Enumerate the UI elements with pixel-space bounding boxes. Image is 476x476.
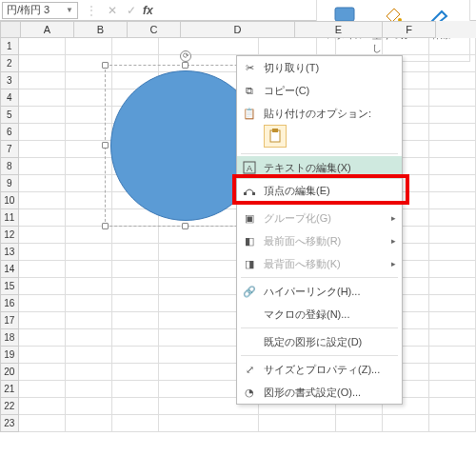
row-head[interactable]: 15 (0, 278, 19, 295)
resize-handle[interactable] (102, 142, 109, 149)
cell[interactable] (159, 38, 259, 55)
cell[interactable] (112, 329, 159, 347)
cell[interactable] (66, 398, 112, 415)
cell[interactable] (429, 124, 476, 141)
cell[interactable] (19, 192, 66, 209)
cell[interactable] (66, 381, 112, 398)
cell[interactable] (19, 209, 66, 227)
menu-hyperlink[interactable]: 🔗 ハイパーリンク(H)... (237, 280, 402, 303)
cell[interactable] (19, 261, 66, 278)
menu-set-default[interactable]: 既定の図形に設定(D) (237, 330, 402, 353)
menu-edit-points[interactable]: 頂点の編集(E) (237, 179, 402, 202)
cell[interactable] (112, 312, 159, 329)
row-head[interactable]: 10 (0, 192, 19, 209)
cell[interactable] (19, 244, 66, 261)
cell[interactable] (429, 261, 476, 278)
cell[interactable] (19, 381, 66, 398)
menu-copy[interactable]: ⧉ コピー(C) (237, 79, 402, 102)
cell[interactable] (429, 158, 476, 175)
row-head[interactable]: 21 (0, 381, 19, 398)
menu-edit-text[interactable]: A テキストの編集(X) (237, 156, 402, 179)
row-head[interactable]: 12 (0, 227, 19, 244)
cell[interactable] (429, 398, 476, 415)
menu-cut[interactable]: ✂ 切り取り(T) (237, 56, 402, 79)
cell[interactable] (112, 278, 159, 295)
row-head[interactable]: 14 (0, 261, 19, 278)
row-head[interactable]: 11 (0, 209, 19, 227)
cell[interactable] (112, 364, 159, 381)
rotation-handle[interactable]: ⟳ (180, 50, 191, 62)
row-head[interactable]: 19 (0, 347, 19, 364)
col-head[interactable]: D (181, 21, 295, 38)
cell[interactable] (259, 38, 336, 55)
cell[interactable] (66, 244, 112, 261)
cell[interactable] (19, 175, 66, 192)
cell[interactable] (336, 415, 383, 432)
cell[interactable] (19, 415, 66, 432)
cell[interactable] (19, 364, 66, 381)
cell[interactable] (66, 329, 112, 347)
cell[interactable] (112, 38, 159, 55)
menu-assign-macro[interactable]: マクロの登録(N)... (237, 303, 402, 326)
cell[interactable] (66, 278, 112, 295)
select-all-corner[interactable] (0, 21, 21, 38)
row-head[interactable]: 23 (0, 415, 19, 432)
cell[interactable] (429, 347, 476, 364)
resize-handle[interactable] (182, 62, 188, 69)
menu-group[interactable]: ▣ グループ化(G) ▸ (237, 207, 402, 229)
cell[interactable] (19, 329, 66, 347)
cell[interactable] (429, 89, 476, 107)
row-head[interactable]: 1 (0, 38, 19, 55)
cell[interactable] (19, 398, 66, 415)
cell[interactable] (66, 415, 112, 432)
cell[interactable] (429, 244, 476, 261)
cell[interactable] (19, 312, 66, 329)
cell[interactable] (112, 415, 159, 432)
row-head[interactable]: 4 (0, 89, 19, 107)
cell[interactable] (429, 38, 476, 55)
cell[interactable] (66, 347, 112, 364)
cell[interactable] (429, 72, 476, 89)
cell[interactable] (112, 347, 159, 364)
cell[interactable] (19, 107, 66, 124)
row-head[interactable]: 6 (0, 124, 19, 141)
resize-handle[interactable] (102, 223, 109, 229)
cell[interactable] (112, 295, 159, 312)
row-head[interactable]: 18 (0, 329, 19, 347)
cell[interactable] (112, 261, 159, 278)
col-head[interactable]: B (74, 21, 128, 38)
cell[interactable] (429, 175, 476, 192)
cell[interactable] (429, 295, 476, 312)
row-head[interactable]: 9 (0, 175, 19, 192)
resize-handle[interactable] (182, 223, 188, 229)
cell[interactable] (19, 278, 66, 295)
row-head[interactable]: 13 (0, 244, 19, 261)
row-head[interactable]: 20 (0, 364, 19, 381)
cell[interactable] (19, 38, 66, 55)
chevron-down-icon[interactable]: ▼ (66, 6, 73, 14)
menu-format-shape[interactable]: ◔ 図形の書式設定(O)... (237, 381, 402, 404)
cell[interactable] (429, 141, 476, 158)
cell[interactable] (429, 415, 476, 432)
cell[interactable] (429, 278, 476, 295)
row-head[interactable]: 22 (0, 398, 19, 415)
cell[interactable] (112, 244, 159, 261)
cell[interactable] (429, 55, 476, 72)
cell[interactable] (66, 295, 112, 312)
menu-send-back[interactable]: ◨ 最背面へ移動(K) ▸ (237, 252, 402, 275)
cell[interactable] (429, 192, 476, 209)
cell[interactable] (429, 381, 476, 398)
cell[interactable] (429, 209, 476, 227)
row-head[interactable]: 5 (0, 107, 19, 124)
cell[interactable] (112, 381, 159, 398)
cell[interactable] (19, 295, 66, 312)
col-head[interactable]: A (21, 21, 74, 38)
cell[interactable] (19, 55, 66, 72)
cell[interactable] (259, 415, 336, 432)
fx-icon[interactable]: fx (143, 4, 153, 17)
menu-size-props[interactable]: ⤢ サイズとプロパティ(Z)... (237, 358, 402, 381)
resize-handle[interactable] (102, 62, 109, 69)
cell[interactable] (429, 107, 476, 124)
col-head[interactable]: F (383, 21, 436, 38)
cell[interactable] (19, 72, 66, 89)
